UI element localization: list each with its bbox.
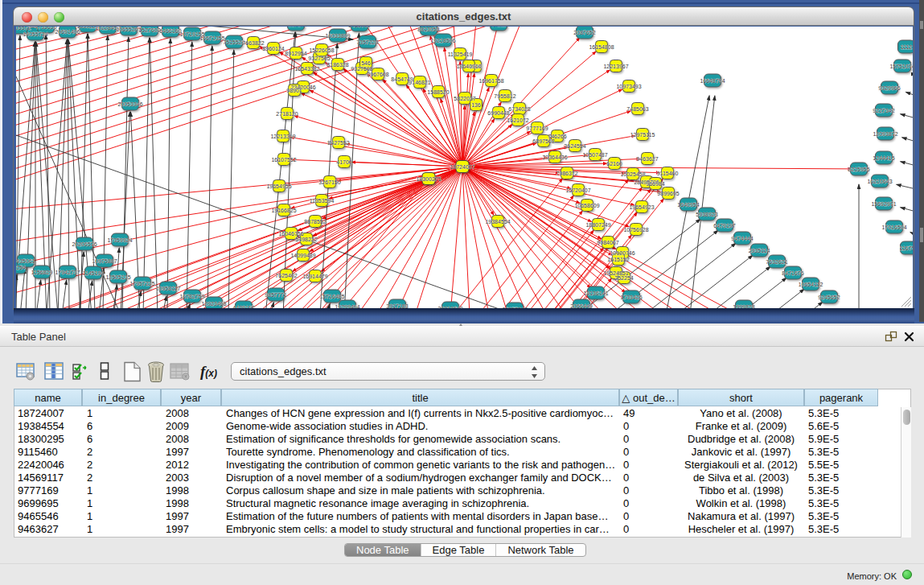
svg-text:9115460: 9115460: [657, 171, 679, 176]
svg-text:3267150: 3267150: [318, 179, 340, 185]
svg-text:1615152: 1615152: [607, 257, 629, 262]
svg-text:14099489: 14099489: [290, 253, 315, 258]
svg-text:1621072: 1621072: [507, 117, 528, 123]
svg-text:6479197: 6479197: [713, 223, 735, 229]
svg-text:16210643: 16210643: [867, 179, 892, 184]
svg-text:7955812: 7955812: [494, 93, 515, 99]
svg-text:2087652: 2087652: [573, 30, 595, 35]
svg-text:1405572: 1405572: [16, 27, 31, 31]
svg-text:10025458: 10025458: [620, 171, 645, 177]
svg-text:6734028: 6734028: [508, 106, 530, 112]
svg-text:966984: 966984: [646, 181, 664, 187]
svg-text:5498222: 5498222: [295, 237, 317, 242]
svg-text:2967608: 2967608: [367, 72, 388, 77]
svg-text:16033809: 16033809: [325, 33, 350, 39]
svg-text:8427552: 8427552: [327, 140, 349, 146]
svg-text:3624554: 3624554: [564, 143, 585, 149]
svg-text:10975887: 10975887: [92, 258, 117, 264]
svg-text:2935114: 2935114: [749, 248, 770, 253]
svg-text:39154: 39154: [16, 265, 26, 270]
svg-text:20364436: 20364436: [542, 154, 567, 160]
svg-text:15720407: 15720407: [565, 187, 590, 193]
svg-text:7485063: 7485063: [626, 106, 648, 112]
svg-text:9327508: 9327508: [351, 66, 372, 72]
svg-text:12923468: 12923468: [201, 301, 226, 307]
svg-text:8471676: 8471676: [782, 270, 803, 276]
svg-text:9463627: 9463627: [636, 156, 658, 162]
svg-text:18640910: 18640910: [456, 64, 481, 69]
svg-text:12213369: 12213369: [270, 134, 295, 139]
svg-text:20691406: 20691406: [55, 29, 80, 35]
svg-text:8960124: 8960124: [262, 46, 284, 51]
svg-text:10654112: 10654112: [799, 282, 823, 287]
svg-text:136: 136: [471, 102, 481, 108]
svg-text:5822037: 5822037: [454, 96, 475, 101]
svg-text:16914479: 16914479: [302, 274, 327, 279]
svg-text:15692971: 15692971: [871, 201, 896, 207]
svg-text:16961758: 16961758: [478, 78, 503, 84]
svg-text:12093872: 12093872: [873, 131, 897, 137]
svg-text:17016504: 17016504: [881, 225, 906, 230]
svg-text:10658609: 10658609: [574, 203, 599, 208]
svg-text:8215955: 8215955: [848, 167, 869, 172]
svg-text:546: 546: [361, 60, 371, 66]
svg-text:11325419: 11325419: [448, 51, 473, 57]
svg-text:15226058: 15226058: [309, 47, 334, 53]
svg-text:14136141: 14136141: [583, 290, 608, 296]
svg-text:10120746: 10120746: [610, 250, 634, 256]
svg-text:9329966: 9329966: [878, 85, 900, 91]
svg-text:6897568: 6897568: [532, 138, 554, 144]
svg-text:8912954: 8912954: [285, 51, 306, 56]
svg-text:62160: 62160: [606, 161, 622, 167]
svg-text:7625402: 7625402: [275, 273, 297, 278]
svg-text:9899695: 9899695: [657, 191, 679, 196]
svg-text:19654955: 19654955: [266, 183, 291, 189]
svg-text:1112: 1112: [901, 44, 913, 50]
svg-text:12975115: 12975115: [630, 132, 655, 138]
svg-text:8186328: 8186328: [326, 62, 348, 68]
svg-text:18724007: 18724007: [450, 164, 474, 170]
svg-text:1588520: 1588520: [427, 89, 449, 95]
svg-text:9857771: 9857771: [265, 292, 286, 298]
svg-text:16543382: 16543382: [294, 66, 319, 72]
svg-text:19654923: 19654923: [629, 204, 654, 210]
svg-text:9245652: 9245652: [818, 295, 840, 300]
svg-text:14055724: 14055724: [23, 31, 47, 37]
svg-text:8813054: 8813054: [417, 27, 439, 32]
svg-text:9327505: 9327505: [308, 56, 330, 61]
svg-text:116753: 116753: [900, 245, 913, 251]
svg-text:12505135: 12505135: [105, 274, 130, 280]
svg-text:19166825: 19166825: [271, 208, 296, 213]
svg-text:16046756: 16046756: [278, 231, 303, 237]
svg-text:252254: 252254: [614, 275, 633, 281]
svg-text:5682115: 5682115: [488, 27, 510, 27]
svg-text:7663822: 7663822: [242, 40, 264, 46]
svg-text:7632621: 7632621: [766, 259, 787, 265]
svg-text:8878552: 8878552: [304, 219, 326, 225]
svg-text:12213967: 12213967: [603, 64, 628, 69]
svg-text:11353594: 11353594: [310, 198, 335, 204]
svg-text:1156829: 1156829: [31, 270, 53, 275]
svg-text:19384554: 19384554: [485, 219, 510, 225]
svg-text:6990448: 6990448: [487, 110, 509, 116]
svg-text:41700: 41700: [336, 159, 352, 165]
svg-text:10958117: 10958117: [156, 286, 181, 291]
svg-text:7357224: 7357224: [356, 39, 378, 45]
svg-text:4735650: 4735650: [35, 27, 56, 30]
svg-text:1244415: 1244415: [873, 155, 894, 161]
svg-text:15751074: 15751074: [889, 64, 913, 69]
svg-text:17957225: 17957225: [129, 281, 154, 286]
svg-text:18807249: 18807249: [585, 222, 610, 228]
svg-text:7986372: 7986372: [556, 171, 577, 176]
svg-text:98901: 98901: [286, 88, 302, 93]
svg-text:15716485: 15716485: [319, 294, 344, 299]
svg-text:18300275: 18300275: [416, 176, 441, 182]
svg-text:10655267: 10655267: [116, 27, 141, 32]
svg-text:9217207: 9217207: [285, 27, 306, 27]
svg-text:746266: 746266: [548, 134, 566, 139]
svg-text:10507487: 10507487: [582, 152, 607, 158]
svg-text:19218506: 19218506: [430, 38, 455, 43]
svg-text:6466160: 6466160: [159, 28, 181, 34]
svg-text:9474444: 9474444: [731, 236, 753, 241]
svg-text:16154808: 16154808: [589, 44, 614, 50]
